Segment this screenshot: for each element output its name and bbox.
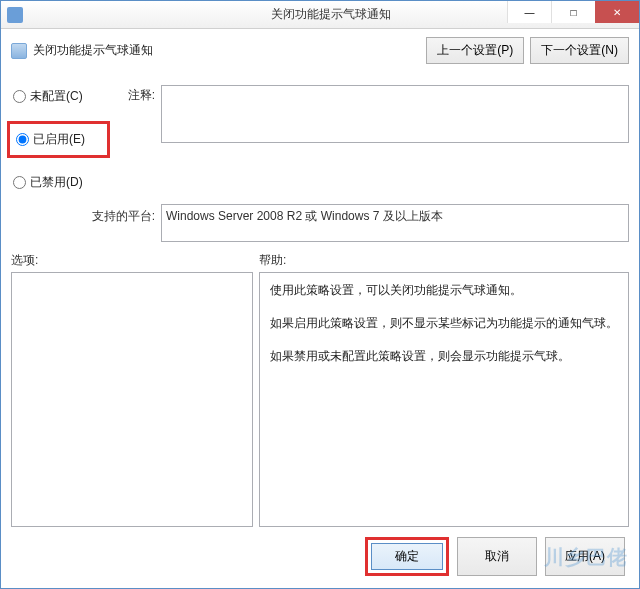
platform-row: 支持的平台: Windows Server 2008 R2 或 Windows … (11, 204, 629, 242)
mid-labels: 选项: 帮助: (11, 252, 629, 269)
enabled-highlight: 已启用(E) (7, 121, 110, 158)
radio-enabled[interactable]: 已启用(E) (14, 130, 103, 149)
radio-enabled-label: 已启用(E) (33, 131, 85, 148)
options-pane (11, 272, 253, 527)
radio-disabled-label: 已禁用(D) (30, 174, 83, 191)
radio-not-configured[interactable]: 未配置(C) (11, 87, 106, 106)
window-controls: — □ ✕ (507, 1, 639, 23)
comment-textarea[interactable] (161, 85, 629, 143)
help-paragraph-3: 如果禁用或未配置此策略设置，则会显示功能提示气球。 (270, 347, 618, 366)
maximize-button[interactable]: □ (551, 1, 595, 23)
help-label: 帮助: (259, 252, 286, 269)
help-paragraph-2: 如果启用此策略设置，则不显示某些标记为功能提示的通知气球。 (270, 314, 618, 333)
config-row: 未配置(C) 已启用(E) 已禁用(D) 注释: (11, 85, 629, 192)
comment-label: 注释: (106, 85, 161, 104)
radio-disabled-input[interactable] (13, 176, 26, 189)
policy-title: 关闭功能提示气球通知 (33, 42, 153, 59)
minimize-button[interactable]: — (507, 1, 551, 23)
state-radio-group: 未配置(C) 已启用(E) 已禁用(D) (11, 85, 106, 192)
ok-highlight: 确定 (365, 537, 449, 576)
radio-not-configured-input[interactable] (13, 90, 26, 103)
supported-platform-text: Windows Server 2008 R2 或 Windows 7 及以上版本 (166, 209, 443, 223)
supported-platform-box: Windows Server 2008 R2 或 Windows 7 及以上版本 (161, 204, 629, 242)
comment-field-col (161, 85, 629, 146)
previous-setting-button[interactable]: 上一个设置(P) (426, 37, 524, 64)
nav-buttons: 上一个设置(P) 下一个设置(N) (426, 37, 629, 64)
policy-header: 关闭功能提示气球通知 上一个设置(P) 下一个设置(N) (11, 37, 629, 64)
cancel-button[interactable]: 取消 (457, 537, 537, 576)
policy-icon (11, 43, 27, 59)
radio-not-configured-label: 未配置(C) (30, 88, 83, 105)
help-paragraph-1: 使用此策略设置，可以关闭功能提示气球通知。 (270, 281, 618, 300)
radio-enabled-input[interactable] (16, 133, 29, 146)
ok-button[interactable]: 确定 (371, 543, 443, 570)
radio-disabled[interactable]: 已禁用(D) (11, 173, 106, 192)
panes: 使用此策略设置，可以关闭功能提示气球通知。 如果启用此策略设置，则不显示某些标记… (11, 272, 629, 527)
window-icon (7, 7, 23, 23)
help-pane: 使用此策略设置，可以关闭功能提示气球通知。 如果启用此策略设置，则不显示某些标记… (259, 272, 629, 527)
options-label: 选项: (11, 252, 259, 269)
policy-editor-window: 关闭功能提示气球通知 — □ ✕ 关闭功能提示气球通知 上一个设置(P) 下一个… (0, 0, 640, 589)
content-area: 关闭功能提示气球通知 上一个设置(P) 下一个设置(N) 未配置(C) 已启用(… (1, 29, 639, 588)
platform-field-col: Windows Server 2008 R2 或 Windows 7 及以上版本 (161, 204, 629, 242)
next-setting-button[interactable]: 下一个设置(N) (530, 37, 629, 64)
apply-button[interactable]: 应用(A) (545, 537, 625, 576)
titlebar: 关闭功能提示气球通知 — □ ✕ (1, 1, 639, 29)
divider (11, 74, 629, 75)
close-button[interactable]: ✕ (595, 1, 639, 23)
platform-label: 支持的平台: (11, 204, 161, 225)
bottom-bar: 确定 取消 应用(A) (11, 527, 629, 578)
